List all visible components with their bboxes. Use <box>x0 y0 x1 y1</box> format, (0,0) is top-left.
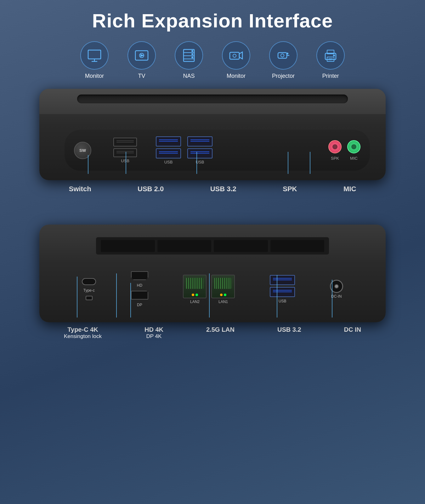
usb2-device-label: USB <box>121 158 129 163</box>
lan1-port <box>211 275 235 298</box>
spk-group: SPK <box>328 140 342 161</box>
camera-icon <box>228 48 244 63</box>
mic-label-text: MIC <box>343 185 356 193</box>
projector-icon-circle <box>269 41 298 70</box>
dcin-label-item: DC IN <box>344 326 361 340</box>
usb32back-label: USB 3.2 <box>277 326 301 333</box>
lan1-led-orange <box>220 294 223 296</box>
vent-slot-1 <box>101 240 155 252</box>
tv-icon <box>134 48 150 63</box>
typec-port <box>82 278 96 285</box>
typec-label-item: Type-C 4K Kensington lock <box>64 326 102 340</box>
svg-point-10 <box>192 50 193 52</box>
typec-port-label: Type-c <box>83 288 95 293</box>
spk-port-inner <box>332 144 337 149</box>
dcin-device-label: DC-IN <box>331 294 342 299</box>
icon-item-tv: TV <box>128 41 156 79</box>
sw-label: SW <box>79 148 86 153</box>
kensington-label: Kensington lock <box>64 333 102 340</box>
usb32back-label-item: USB 3.2 <box>277 326 301 340</box>
kensington-port <box>86 296 93 300</box>
printer-label: Printer <box>322 73 339 79</box>
projector-label: Projector <box>272 73 295 79</box>
monitor-label: Monitor <box>85 73 104 79</box>
spk-device-label: SPK <box>331 156 339 161</box>
tv-label: TV <box>138 73 145 79</box>
icon-item-monitor: Monitor <box>80 41 109 79</box>
mic-port-inner <box>351 144 356 149</box>
sw-button[interactable]: SW <box>74 142 91 159</box>
hdmi-port <box>131 271 148 280</box>
usb32-port-top <box>187 136 212 146</box>
back-ports-area: Type-c HD DP <box>55 267 370 311</box>
usb31-port-top <box>156 136 181 146</box>
spk-port <box>328 140 342 153</box>
mic-label-item: MIC <box>343 185 356 193</box>
lan2-leds <box>192 294 198 296</box>
lan1-label: LAN1 <box>218 300 228 304</box>
page-container: Rich Expansion Interface Monitor <box>0 0 425 504</box>
dcin-label: DC IN <box>344 326 361 333</box>
dcin-port <box>330 280 343 293</box>
camera-icon-circle <box>222 41 250 70</box>
svg-rect-16 <box>278 53 287 58</box>
lan-label-item: 2.5G LAN <box>206 326 235 340</box>
lan1-group: LAN1 <box>211 275 235 304</box>
hd4k-label: HD 4K <box>144 326 163 333</box>
dcin-group: DC-IN <box>330 280 343 299</box>
switch-label-text: Switch <box>69 185 91 193</box>
icon-item-printer: Printer <box>316 41 345 79</box>
usb32-back-port-bottom <box>270 287 295 297</box>
lan1-led-green <box>224 294 226 296</box>
svg-rect-0 <box>88 50 101 59</box>
usb32-label-item: USB 3.2 <box>210 185 236 193</box>
svg-point-11 <box>192 54 193 55</box>
tv-icon-circle <box>128 41 156 70</box>
camera-label: Monitor <box>227 73 246 79</box>
svg-rect-13 <box>230 52 239 59</box>
printer-icon <box>323 48 338 63</box>
icon-item-camera: Monitor <box>222 41 250 79</box>
usb2-port-bottom <box>113 148 137 157</box>
front-ports-area: SW USB <box>65 130 370 171</box>
vent-slot-4 <box>270 240 325 252</box>
svg-point-12 <box>192 57 193 58</box>
dcin-inner <box>334 284 339 289</box>
usb32-device-label: USB <box>196 160 204 164</box>
vent-slot-3 <box>214 240 268 252</box>
usb31-port-bottom <box>156 148 181 158</box>
printer-icon-circle <box>316 41 345 70</box>
svg-point-25 <box>333 55 335 56</box>
typec-4k-label: Type-C 4K <box>67 326 98 333</box>
vent-slot-2 <box>157 240 212 252</box>
dp-port <box>131 291 148 300</box>
lan2-led-green <box>196 294 198 296</box>
audio-ports-group: SPK MIC <box>328 140 360 161</box>
lan2-port <box>183 275 207 298</box>
monitor-icon <box>87 48 102 63</box>
lan2-led-orange <box>192 294 194 296</box>
nas-icon-circle <box>175 41 203 70</box>
front-bottom-labels: Switch USB 2.0 USB 3.2 SPK MIC <box>39 185 386 193</box>
back-bottom-labels: Type-C 4K Kensington lock HD 4K DP 4K 2.… <box>39 326 386 340</box>
usb2-group-wrapper: USB <box>113 138 137 163</box>
usb2-port-top <box>113 138 137 146</box>
dp4k-label: DP 4K <box>146 333 162 340</box>
icon-item-projector: Projector <box>269 41 298 79</box>
front-device-ridge <box>77 94 348 103</box>
typec-group: Type-c <box>82 278 96 300</box>
svg-point-19 <box>287 53 288 54</box>
hdmi-dp-group: HD DP <box>131 271 148 307</box>
projector-icon <box>275 48 291 63</box>
icons-row: Monitor TV <box>80 41 345 79</box>
front-device: SW USB <box>39 89 386 180</box>
mic-device-label: MIC <box>350 156 358 161</box>
mic-port <box>347 140 360 153</box>
usb32-label-text: USB 3.2 <box>210 185 236 193</box>
lan-group: LAN2 LAN1 <box>183 275 235 304</box>
monitor-icon-circle <box>80 41 109 70</box>
svg-point-17 <box>281 54 284 57</box>
usb32-back-port-top <box>270 275 295 285</box>
sw-button-group: SW <box>74 142 91 159</box>
front-device-section: SW USB <box>39 89 386 193</box>
